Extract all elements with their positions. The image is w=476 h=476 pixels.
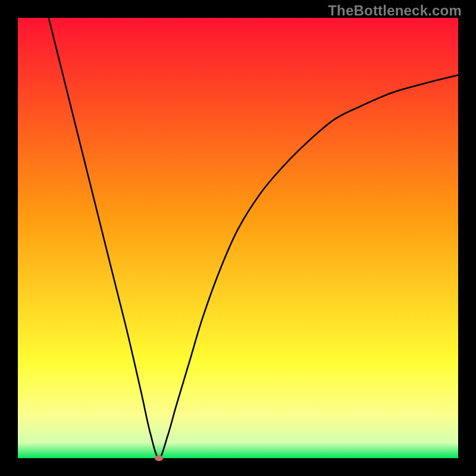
plot-area (18, 18, 458, 458)
bottleneck-curve (18, 18, 458, 458)
watermark-text: TheBottleneck.com (328, 2, 462, 19)
minimum-marker (155, 455, 163, 461)
chart-frame: TheBottleneck.com (0, 0, 476, 476)
